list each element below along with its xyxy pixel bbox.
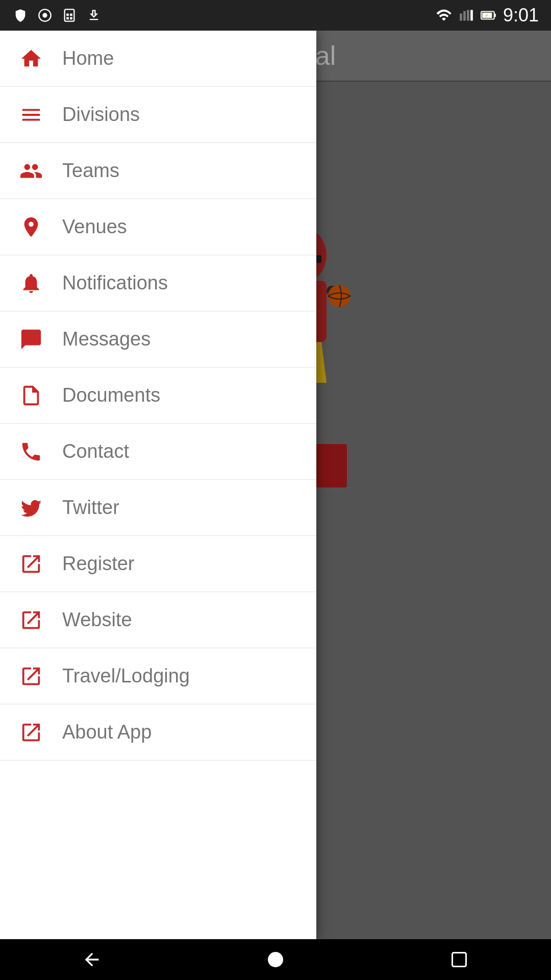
- about-app-icon: [18, 720, 44, 745]
- sidebar-item-notifications[interactable]: Notifications: [0, 255, 316, 311]
- drawer-scrim[interactable]: [316, 31, 551, 939]
- website-icon: [18, 607, 44, 633]
- svg-rect-21: [453, 953, 466, 967]
- sidebar-item-documents[interactable]: Documents: [0, 368, 316, 424]
- svg-point-1: [42, 13, 47, 17]
- shield-icon: [12, 7, 29, 23]
- sidebar-drawer: Home Divisions Teams: [0, 31, 316, 939]
- venues-icon: [18, 214, 44, 240]
- contact-icon: [18, 439, 44, 464]
- back-button[interactable]: [77, 944, 107, 975]
- home-button[interactable]: [260, 944, 291, 975]
- svg-text:⚡: ⚡: [484, 13, 489, 18]
- bottom-nav-bar: [0, 939, 551, 980]
- status-bar-right-icons: ⚡ 9:01: [436, 5, 539, 26]
- sidebar-item-home[interactable]: Home: [0, 31, 316, 87]
- divisions-icon: [18, 102, 44, 128]
- sim-icon: [61, 7, 78, 23]
- download-icon: [86, 7, 102, 23]
- sidebar-item-twitter-label: Twitter: [62, 497, 119, 519]
- svg-point-20: [268, 952, 283, 967]
- sidebar-item-teams[interactable]: Teams: [0, 143, 316, 199]
- sidebar-item-venues[interactable]: Venues: [0, 199, 316, 255]
- sidebar-item-messages-label: Messages: [62, 328, 151, 350]
- wifi-icon: [436, 7, 452, 23]
- sidebar-item-website[interactable]: Website: [0, 592, 316, 648]
- sidebar-item-website-label: Website: [62, 609, 132, 631]
- sidebar-item-home-label: Home: [62, 47, 114, 69]
- svg-rect-5: [66, 17, 69, 20]
- sidebar-item-divisions[interactable]: Divisions: [0, 87, 316, 143]
- battery-icon: ⚡: [481, 7, 497, 23]
- svg-rect-4: [70, 14, 72, 16]
- svg-rect-8: [494, 14, 496, 17]
- sidebar-item-about-app-label: About App: [62, 721, 152, 743]
- sidebar-item-documents-label: Documents: [62, 384, 160, 406]
- sidebar-item-register[interactable]: Register: [0, 536, 316, 592]
- notifications-icon: [18, 271, 44, 296]
- sidebar-item-notifications-label: Notifications: [62, 272, 168, 294]
- sidebar-item-twitter[interactable]: Twitter: [0, 480, 316, 536]
- home-icon: [18, 46, 44, 71]
- drawer-overlay: Home Divisions Teams: [0, 31, 551, 939]
- status-bar-left-icons: [12, 7, 102, 23]
- sidebar-item-messages[interactable]: Messages: [0, 311, 316, 368]
- teams-icon: [18, 158, 44, 184]
- status-bar: ⚡ 9:01: [0, 0, 551, 31]
- travel-lodging-icon: [18, 664, 44, 689]
- sidebar-item-register-label: Register: [62, 553, 135, 575]
- svg-rect-6: [70, 17, 72, 20]
- documents-icon: [18, 383, 44, 408]
- twitter-icon: [18, 495, 44, 521]
- signal-icon: [458, 7, 474, 23]
- sidebar-item-divisions-label: Divisions: [62, 104, 140, 126]
- sidebar-item-travel-lodging-label: Travel/Lodging: [62, 665, 190, 687]
- messages-icon: [18, 327, 44, 352]
- register-icon: [18, 551, 44, 577]
- circle-icon: [37, 7, 53, 23]
- sidebar-item-contact[interactable]: Contact: [0, 424, 316, 480]
- sidebar-item-venues-label: Venues: [62, 216, 127, 238]
- recent-apps-button[interactable]: [444, 944, 474, 975]
- sidebar-item-teams-label: Teams: [62, 160, 119, 182]
- sidebar-item-about-app[interactable]: About App: [0, 704, 316, 761]
- svg-rect-3: [66, 14, 69, 16]
- sidebar-item-travel-lodging[interactable]: Travel/Lodging: [0, 648, 316, 704]
- status-time: 9:01: [503, 5, 539, 26]
- sidebar-item-contact-label: Contact: [62, 440, 129, 462]
- svg-rect-2: [65, 9, 74, 21]
